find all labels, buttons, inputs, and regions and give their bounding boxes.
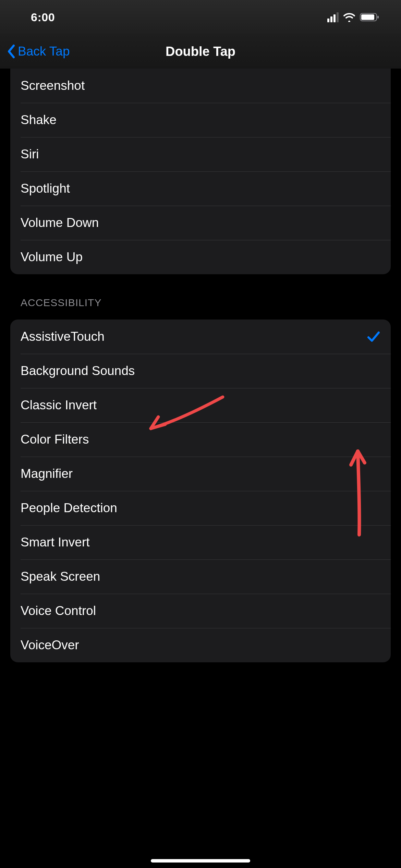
- row-label: Volume Up: [21, 250, 83, 264]
- row-smart-invert[interactable]: Smart Invert: [10, 525, 391, 559]
- row-shake[interactable]: Shake: [10, 103, 391, 137]
- row-classic-invert[interactable]: Classic Invert: [10, 388, 391, 422]
- row-label: Volume Down: [21, 216, 99, 230]
- back-label: Back Tap: [18, 44, 70, 59]
- home-indicator[interactable]: [151, 859, 250, 863]
- row-label: Speak Screen: [21, 569, 100, 584]
- row-color-filters[interactable]: Color Filters: [10, 422, 391, 457]
- row-people-detection[interactable]: People Detection: [10, 491, 391, 525]
- row-label: Background Sounds: [21, 364, 135, 378]
- svg-rect-1: [361, 14, 374, 20]
- row-label: People Detection: [21, 501, 117, 515]
- row-label: Siri: [21, 147, 39, 161]
- row-label: Voice Control: [21, 604, 96, 618]
- wifi-icon: [343, 12, 356, 22]
- list-group-system: Screenshot Shake Siri Spotlight Volume D…: [10, 69, 391, 274]
- row-magnifier[interactable]: Magnifier: [10, 457, 391, 491]
- row-label: Color Filters: [21, 432, 89, 447]
- row-label: Smart Invert: [21, 535, 90, 550]
- row-speak-screen[interactable]: Speak Screen: [10, 559, 391, 594]
- nav-bar: Back Tap Double Tap: [0, 34, 401, 69]
- page-title: Double Tap: [166, 44, 235, 59]
- back-button[interactable]: Back Tap: [7, 44, 70, 59]
- row-voice-control[interactable]: Voice Control: [10, 594, 391, 628]
- cellular-icon: [327, 12, 339, 22]
- row-volume-up[interactable]: Volume Up: [10, 240, 391, 274]
- row-siri[interactable]: Siri: [10, 137, 391, 171]
- checkmark-icon: [367, 330, 380, 343]
- row-volume-down[interactable]: Volume Down: [10, 206, 391, 240]
- list-group-accessibility: AssistiveTouch Background Sounds Classic…: [10, 320, 391, 662]
- row-label: AssistiveTouch: [21, 329, 105, 344]
- battery-icon: [360, 12, 380, 22]
- row-background-sounds[interactable]: Background Sounds: [10, 354, 391, 388]
- chevron-left-icon: [7, 44, 16, 59]
- content: Screenshot Shake Siri Spotlight Volume D…: [0, 69, 401, 662]
- row-label: Spotlight: [21, 181, 70, 196]
- row-label: Magnifier: [21, 467, 73, 481]
- row-label: Screenshot: [21, 79, 85, 93]
- row-assistivetouch[interactable]: AssistiveTouch: [10, 320, 391, 354]
- row-spotlight[interactable]: Spotlight: [10, 171, 391, 206]
- section-header-accessibility: ACCESSIBILITY: [10, 274, 391, 313]
- row-label: VoiceOver: [21, 638, 79, 652]
- row-screenshot[interactable]: Screenshot: [10, 69, 391, 103]
- row-voiceover[interactable]: VoiceOver: [10, 628, 391, 662]
- status-time: 6:00: [31, 11, 55, 24]
- svg-rect-2: [377, 16, 379, 19]
- row-label: Shake: [21, 113, 57, 127]
- status-bar: 6:00: [0, 0, 401, 34]
- status-indicators: [327, 12, 380, 22]
- row-label: Classic Invert: [21, 398, 97, 412]
